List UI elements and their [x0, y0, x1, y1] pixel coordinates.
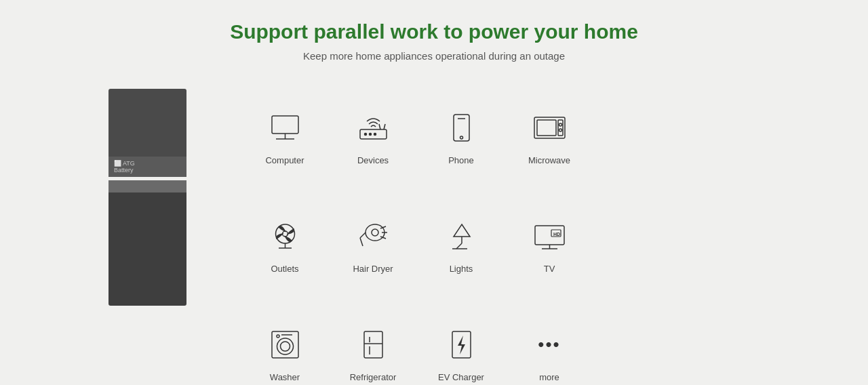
outlets-label: Outlets: [271, 264, 298, 274]
battery-stripe: [108, 180, 186, 192]
svg-rect-13: [537, 120, 556, 136]
appliance-item-more: ••• more: [505, 299, 593, 385]
phone-label: Phone: [448, 155, 474, 165]
svg-rect-37: [272, 331, 298, 358]
appliance-item-refrigerator: Refrigerator: [329, 299, 417, 385]
phone-icon: [441, 108, 481, 148]
svg-line-30: [456, 243, 462, 249]
battery-top: [108, 89, 186, 157]
svg-point-39: [280, 342, 290, 351]
more-icon: •••: [529, 325, 570, 365]
appliance-item-computer: Computer: [241, 82, 329, 190]
svg-point-21: [366, 224, 384, 241]
devices-icon: [353, 108, 393, 148]
refrigerator-label: Refrigerator: [350, 372, 397, 382]
svg-line-23: [360, 232, 366, 238]
refrigerator-icon: [353, 325, 393, 365]
svg-point-15: [559, 123, 561, 126]
svg-line-7: [379, 124, 380, 129]
svg-point-16: [559, 129, 561, 131]
ev-charger-icon: [441, 325, 481, 365]
microwave-icon: [529, 108, 570, 148]
page-container: Support parallel work to power your home…: [0, 0, 868, 385]
svg-marker-47: [458, 336, 465, 354]
washer-label: Washer: [270, 372, 300, 382]
content-area: ⬜ ATGBattery Computer: [0, 82, 868, 385]
appliance-item-washer: Washer: [241, 299, 329, 385]
lights-label: Lights: [450, 264, 473, 274]
page-subtitle: Keep more home appliances operational du…: [303, 50, 565, 62]
tv-label: TV: [544, 264, 555, 274]
svg-line-8: [384, 124, 385, 129]
appliance-item-devices: Devices: [329, 82, 417, 190]
hair-dryer-label: Hair Dryer: [353, 264, 393, 274]
svg-point-4: [364, 134, 366, 136]
appliance-item-ev-charger: EV Charger: [417, 299, 505, 385]
outlets-icon: [264, 216, 305, 257]
svg-rect-42: [364, 331, 382, 358]
more-label: more: [539, 372, 559, 382]
appliance-item-hair-dryer: Hair Dryer: [329, 190, 417, 299]
svg-line-24: [360, 238, 363, 246]
svg-point-6: [374, 134, 376, 136]
page-title: Support parallel work to power your home: [230, 20, 638, 43]
battery-bottom: [108, 192, 186, 306]
ev-charger-label: EV Charger: [438, 372, 484, 382]
appliance-item-tv: HD TV: [505, 190, 593, 299]
svg-point-38: [277, 338, 293, 354]
battery-brand-label: ⬜ ATGBattery: [114, 160, 135, 174]
appliance-item-lights: Lights: [417, 190, 505, 299]
hair-dryer-icon: [353, 216, 393, 257]
appliance-item-outlets: Outlets: [241, 190, 329, 299]
tv-icon: HD: [529, 216, 570, 257]
appliance-grid: Computer: [241, 82, 593, 385]
battery-label-area: ⬜ ATGBattery: [108, 157, 186, 177]
svg-point-22: [372, 229, 378, 236]
computer-icon: [264, 108, 305, 148]
svg-point-40: [277, 335, 279, 338]
lights-icon: [441, 216, 481, 257]
svg-rect-0: [272, 116, 298, 134]
devices-label: Devices: [357, 155, 389, 165]
appliance-item-phone: Phone: [417, 82, 505, 190]
svg-point-11: [460, 136, 462, 139]
battery-unit: ⬜ ATGBattery: [108, 89, 186, 306]
svg-rect-14: [558, 120, 563, 136]
svg-point-5: [369, 134, 371, 136]
svg-text:HD: HD: [553, 232, 560, 237]
microwave-label: Microwave: [528, 155, 570, 165]
svg-point-18: [282, 231, 288, 237]
washer-icon: [264, 325, 305, 365]
appliance-item-microwave: Microwave: [505, 82, 593, 190]
computer-label: Computer: [265, 155, 304, 165]
svg-marker-28: [454, 224, 470, 237]
